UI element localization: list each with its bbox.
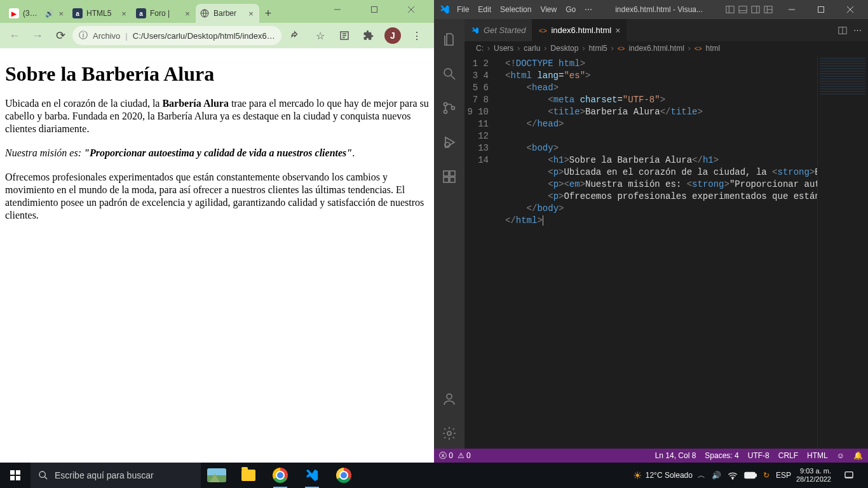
breadcrumb-item[interactable]: C: bbox=[476, 44, 484, 53]
breadcrumb-item[interactable]: carlu bbox=[524, 44, 540, 53]
taskbar-app-vscode[interactable] bbox=[296, 463, 328, 488]
toggle-secondary-icon[interactable] bbox=[751, 5, 760, 14]
paragraph-3: Ofrecemos profesionales experimentados q… bbox=[5, 171, 429, 222]
chrome-tab-youtube[interactable]: ▶ (34 ◂ ◂ 🔊 × bbox=[5, 4, 69, 23]
menu-file[interactable]: File bbox=[457, 5, 469, 14]
close-window-button[interactable] bbox=[837, 1, 863, 18]
chrome-window: ▶ (34 ◂ ◂ 🔊 × a HTML5 × a Foro | × bbox=[0, 0, 434, 463]
tray-update-icon[interactable]: ↻ bbox=[763, 471, 770, 480]
close-window-button[interactable] bbox=[398, 1, 424, 18]
taskbar-app-explorer[interactable] bbox=[233, 463, 264, 488]
weather-widget[interactable]: ☀ 12°C Soleado bbox=[633, 470, 693, 482]
taskbar-app-chrome[interactable] bbox=[264, 463, 296, 488]
close-tab-icon[interactable]: × bbox=[183, 9, 192, 18]
taskbar-apps bbox=[201, 463, 360, 488]
extensions-icon[interactable] bbox=[434, 161, 465, 192]
editor-tabs: Get Started <> index6.html.html × ⋯ bbox=[465, 19, 868, 41]
status-notifications-icon[interactable]: 🔔 bbox=[853, 451, 863, 460]
chrome-tab-alura2[interactable]: a Foro | × bbox=[132, 4, 196, 23]
svg-rect-29 bbox=[845, 472, 853, 478]
notifications-icon[interactable] bbox=[836, 470, 862, 480]
status-eol[interactable]: CRLF bbox=[778, 451, 798, 460]
chrome-tab-active[interactable]: Barber × bbox=[196, 4, 259, 23]
status-encoding[interactable]: UTF-8 bbox=[748, 451, 770, 460]
address-bar[interactable]: ⓘ Archivo | C:/Users/carlu/Desktop/html5… bbox=[72, 26, 281, 45]
speaker-icon[interactable]: 🔊 bbox=[45, 10, 54, 18]
search-icon[interactable] bbox=[434, 58, 465, 89]
split-editor-icon[interactable] bbox=[838, 26, 847, 35]
settings-gear-icon[interactable] bbox=[434, 418, 465, 449]
page-content[interactable]: Sobre la Barbería Alura Ubicada en el co… bbox=[0, 48, 434, 463]
close-tab-icon[interactable]: × bbox=[119, 9, 128, 18]
close-tab-icon[interactable]: × bbox=[247, 9, 255, 18]
more-actions-icon[interactable]: ⋯ bbox=[853, 25, 862, 35]
source-control-icon[interactable] bbox=[434, 93, 465, 123]
editor-tab-active[interactable]: <> index6.html.html × bbox=[532, 19, 627, 41]
bookmark-star-icon[interactable]: ☆ bbox=[309, 25, 331, 46]
breadcrumb-item[interactable]: html5 bbox=[588, 44, 607, 53]
maximize-button[interactable] bbox=[808, 1, 834, 18]
chrome-extensions: ☆ J ⋮ bbox=[283, 25, 430, 46]
status-spaces[interactable]: Spaces: 4 bbox=[705, 451, 738, 460]
taskbar-clock[interactable]: 9:03 a. m. 28/12/2022 bbox=[796, 467, 831, 484]
vscode-titlebar[interactable]: File Edit Selection View Go ⋯ index6.htm… bbox=[434, 0, 868, 19]
site-info-icon[interactable]: ⓘ bbox=[79, 30, 88, 41]
taskbar-app-chrome-canary[interactable] bbox=[328, 463, 360, 488]
vscode-menubar: File Edit Selection View Go ⋯ bbox=[457, 5, 592, 14]
code-editor[interactable]: 1 2 3 4 5 6 7 8 9 10 11 12 13 14 <!DOCTY… bbox=[465, 55, 868, 449]
toggle-panel-icon[interactable] bbox=[738, 5, 747, 14]
minimize-button[interactable] bbox=[325, 1, 350, 18]
run-debug-icon[interactable] bbox=[434, 127, 465, 158]
forward-button[interactable]: → bbox=[27, 25, 48, 46]
menu-go[interactable]: Go bbox=[566, 5, 576, 14]
chrome-menu-icon[interactable]: ⋮ bbox=[406, 25, 428, 46]
menu-selection[interactable]: Selection bbox=[500, 5, 531, 14]
taskbar-search[interactable]: Escribe aquí para buscar bbox=[31, 463, 201, 488]
minimap[interactable] bbox=[817, 55, 868, 449]
status-lncol[interactable]: Ln 14, Col 8 bbox=[655, 451, 696, 460]
windows-taskbar: Escribe aquí para buscar ☀ 12°C Soleado … bbox=[0, 463, 868, 488]
tray-volume-icon[interactable]: 🔊 bbox=[712, 471, 721, 480]
language-indicator[interactable]: ESP bbox=[776, 471, 791, 480]
minimize-button[interactable] bbox=[779, 1, 804, 18]
share-icon[interactable] bbox=[285, 25, 307, 46]
profile-avatar[interactable]: J bbox=[382, 25, 403, 46]
toggle-sidebar-icon[interactable] bbox=[726, 5, 735, 14]
status-lang[interactable]: HTML bbox=[807, 451, 828, 460]
taskbar-app-landscape[interactable] bbox=[201, 463, 233, 488]
explorer-icon[interactable] bbox=[434, 24, 465, 55]
menu-overflow[interactable]: ⋯ bbox=[585, 5, 592, 14]
tray-wifi-icon[interactable] bbox=[728, 471, 738, 480]
back-button[interactable]: ← bbox=[4, 25, 25, 46]
accounts-icon[interactable] bbox=[434, 384, 465, 414]
breadcrumb-item[interactable]: Users bbox=[494, 44, 513, 53]
extensions-puzzle-icon[interactable] bbox=[358, 25, 379, 46]
start-button[interactable] bbox=[0, 463, 31, 488]
svg-point-10 bbox=[444, 111, 447, 114]
menu-edit[interactable]: Edit bbox=[478, 5, 491, 14]
menu-view[interactable]: View bbox=[540, 5, 557, 14]
code-content[interactable]: <!DOCTYPE html> <html lang="es"> <head> … bbox=[498, 55, 868, 449]
close-tab-icon[interactable]: × bbox=[615, 25, 620, 36]
html-file-icon: <> bbox=[618, 45, 625, 52]
maximize-button[interactable] bbox=[362, 1, 387, 18]
customize-layout-icon[interactable] bbox=[764, 5, 773, 14]
status-feedback-icon[interactable]: ☺ bbox=[837, 451, 844, 460]
reading-list-icon[interactable] bbox=[334, 25, 355, 46]
breadcrumb-item[interactable]: html bbox=[705, 44, 720, 53]
chrome-tab-alura1[interactable]: a HTML5 × bbox=[69, 4, 132, 23]
tray-chevron-up-icon[interactable]: ︿ bbox=[698, 470, 705, 481]
tray-battery-icon[interactable] bbox=[744, 471, 757, 479]
reload-button[interactable]: ⟳ bbox=[50, 25, 71, 46]
status-problems[interactable]: ⓧ 0 ⚠ 0 bbox=[439, 451, 471, 461]
chrome-titlebar[interactable]: ▶ (34 ◂ ◂ 🔊 × a HTML5 × a Foro | × bbox=[0, 0, 434, 23]
close-tab-icon[interactable]: × bbox=[58, 9, 65, 18]
breadcrumbs[interactable]: C:› Users› carlu› Desktop› html5› <> ind… bbox=[465, 41, 868, 55]
breadcrumb-item[interactable]: index6.html.html bbox=[628, 44, 684, 53]
new-tab-button[interactable]: + bbox=[259, 4, 277, 23]
editor-tab-getstarted[interactable]: Get Started bbox=[465, 19, 532, 41]
chrome-window-controls bbox=[315, 1, 434, 22]
breadcrumb-item[interactable]: Desktop bbox=[550, 44, 578, 53]
clock-time: 9:03 a. m. bbox=[796, 467, 831, 475]
vscode-window-title: index6.html.html - Visua... bbox=[592, 5, 726, 14]
